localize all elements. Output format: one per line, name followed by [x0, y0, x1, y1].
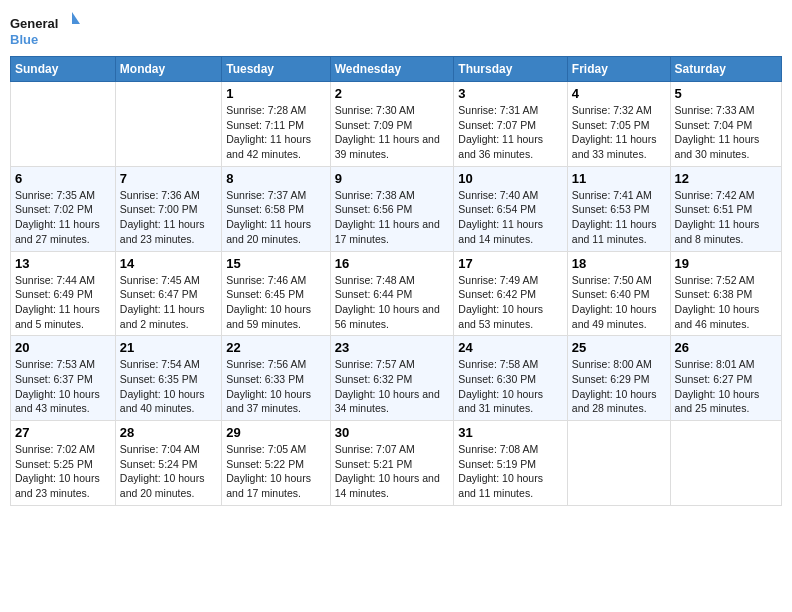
- weekday-header-friday: Friday: [567, 57, 670, 82]
- day-number: 14: [120, 256, 217, 271]
- calendar-cell: 25Sunrise: 8:00 AM Sunset: 6:29 PM Dayli…: [567, 336, 670, 421]
- calendar-cell: 22Sunrise: 7:56 AM Sunset: 6:33 PM Dayli…: [222, 336, 330, 421]
- calendar-cell: 24Sunrise: 7:58 AM Sunset: 6:30 PM Dayli…: [454, 336, 568, 421]
- calendar-cell: 26Sunrise: 8:01 AM Sunset: 6:27 PM Dayli…: [670, 336, 781, 421]
- calendar-cell: [567, 421, 670, 506]
- weekday-header-saturday: Saturday: [670, 57, 781, 82]
- calendar-cell: 5Sunrise: 7:33 AM Sunset: 7:04 PM Daylig…: [670, 82, 781, 167]
- calendar-cell: 9Sunrise: 7:38 AM Sunset: 6:56 PM Daylig…: [330, 166, 454, 251]
- day-info: Sunrise: 7:33 AM Sunset: 7:04 PM Dayligh…: [675, 103, 777, 162]
- day-number: 3: [458, 86, 563, 101]
- day-info: Sunrise: 7:04 AM Sunset: 5:24 PM Dayligh…: [120, 442, 217, 501]
- calendar-cell: 3Sunrise: 7:31 AM Sunset: 7:07 PM Daylig…: [454, 82, 568, 167]
- day-info: Sunrise: 7:07 AM Sunset: 5:21 PM Dayligh…: [335, 442, 450, 501]
- calendar-cell: 20Sunrise: 7:53 AM Sunset: 6:37 PM Dayli…: [11, 336, 116, 421]
- week-row-3: 13Sunrise: 7:44 AM Sunset: 6:49 PM Dayli…: [11, 251, 782, 336]
- day-number: 17: [458, 256, 563, 271]
- calendar-cell: [115, 82, 221, 167]
- day-number: 10: [458, 171, 563, 186]
- day-number: 9: [335, 171, 450, 186]
- calendar-cell: 28Sunrise: 7:04 AM Sunset: 5:24 PM Dayli…: [115, 421, 221, 506]
- calendar-cell: 1Sunrise: 7:28 AM Sunset: 7:11 PM Daylig…: [222, 82, 330, 167]
- calendar-cell: 8Sunrise: 7:37 AM Sunset: 6:58 PM Daylig…: [222, 166, 330, 251]
- day-number: 15: [226, 256, 325, 271]
- calendar-cell: 4Sunrise: 7:32 AM Sunset: 7:05 PM Daylig…: [567, 82, 670, 167]
- day-number: 2: [335, 86, 450, 101]
- day-number: 4: [572, 86, 666, 101]
- weekday-header-monday: Monday: [115, 57, 221, 82]
- day-number: 21: [120, 340, 217, 355]
- calendar-cell: 14Sunrise: 7:45 AM Sunset: 6:47 PM Dayli…: [115, 251, 221, 336]
- page-header: General Blue: [10, 10, 782, 48]
- weekday-header-thursday: Thursday: [454, 57, 568, 82]
- day-number: 22: [226, 340, 325, 355]
- day-info: Sunrise: 7:50 AM Sunset: 6:40 PM Dayligh…: [572, 273, 666, 332]
- svg-text:Blue: Blue: [10, 32, 38, 47]
- day-number: 12: [675, 171, 777, 186]
- day-number: 19: [675, 256, 777, 271]
- week-row-1: 1Sunrise: 7:28 AM Sunset: 7:11 PM Daylig…: [11, 82, 782, 167]
- calendar-cell: 30Sunrise: 7:07 AM Sunset: 5:21 PM Dayli…: [330, 421, 454, 506]
- day-number: 13: [15, 256, 111, 271]
- day-info: Sunrise: 7:35 AM Sunset: 7:02 PM Dayligh…: [15, 188, 111, 247]
- calendar-cell: 19Sunrise: 7:52 AM Sunset: 6:38 PM Dayli…: [670, 251, 781, 336]
- calendar-cell: 27Sunrise: 7:02 AM Sunset: 5:25 PM Dayli…: [11, 421, 116, 506]
- calendar-cell: 6Sunrise: 7:35 AM Sunset: 7:02 PM Daylig…: [11, 166, 116, 251]
- calendar-body: 1Sunrise: 7:28 AM Sunset: 7:11 PM Daylig…: [11, 82, 782, 506]
- day-info: Sunrise: 7:36 AM Sunset: 7:00 PM Dayligh…: [120, 188, 217, 247]
- day-info: Sunrise: 7:45 AM Sunset: 6:47 PM Dayligh…: [120, 273, 217, 332]
- day-info: Sunrise: 7:46 AM Sunset: 6:45 PM Dayligh…: [226, 273, 325, 332]
- day-info: Sunrise: 7:38 AM Sunset: 6:56 PM Dayligh…: [335, 188, 450, 247]
- day-number: 31: [458, 425, 563, 440]
- calendar-cell: 2Sunrise: 7:30 AM Sunset: 7:09 PM Daylig…: [330, 82, 454, 167]
- day-number: 30: [335, 425, 450, 440]
- weekday-header-tuesday: Tuesday: [222, 57, 330, 82]
- day-number: 1: [226, 86, 325, 101]
- calendar-cell: [11, 82, 116, 167]
- calendar-cell: 16Sunrise: 7:48 AM Sunset: 6:44 PM Dayli…: [330, 251, 454, 336]
- calendar-cell: 21Sunrise: 7:54 AM Sunset: 6:35 PM Dayli…: [115, 336, 221, 421]
- day-info: Sunrise: 7:52 AM Sunset: 6:38 PM Dayligh…: [675, 273, 777, 332]
- day-info: Sunrise: 7:32 AM Sunset: 7:05 PM Dayligh…: [572, 103, 666, 162]
- logo: General Blue: [10, 10, 80, 48]
- day-info: Sunrise: 7:02 AM Sunset: 5:25 PM Dayligh…: [15, 442, 111, 501]
- day-info: Sunrise: 7:49 AM Sunset: 6:42 PM Dayligh…: [458, 273, 563, 332]
- day-info: Sunrise: 7:58 AM Sunset: 6:30 PM Dayligh…: [458, 357, 563, 416]
- day-number: 5: [675, 86, 777, 101]
- calendar-header: SundayMondayTuesdayWednesdayThursdayFrid…: [11, 57, 782, 82]
- day-number: 25: [572, 340, 666, 355]
- day-number: 8: [226, 171, 325, 186]
- day-number: 26: [675, 340, 777, 355]
- week-row-5: 27Sunrise: 7:02 AM Sunset: 5:25 PM Dayli…: [11, 421, 782, 506]
- day-info: Sunrise: 7:37 AM Sunset: 6:58 PM Dayligh…: [226, 188, 325, 247]
- day-number: 24: [458, 340, 563, 355]
- day-number: 7: [120, 171, 217, 186]
- day-info: Sunrise: 7:31 AM Sunset: 7:07 PM Dayligh…: [458, 103, 563, 162]
- day-info: Sunrise: 8:01 AM Sunset: 6:27 PM Dayligh…: [675, 357, 777, 416]
- day-info: Sunrise: 7:54 AM Sunset: 6:35 PM Dayligh…: [120, 357, 217, 416]
- calendar-table: SundayMondayTuesdayWednesdayThursdayFrid…: [10, 56, 782, 506]
- svg-text:General: General: [10, 16, 58, 31]
- week-row-2: 6Sunrise: 7:35 AM Sunset: 7:02 PM Daylig…: [11, 166, 782, 251]
- day-info: Sunrise: 7:44 AM Sunset: 6:49 PM Dayligh…: [15, 273, 111, 332]
- day-number: 28: [120, 425, 217, 440]
- day-number: 29: [226, 425, 325, 440]
- weekday-header-wednesday: Wednesday: [330, 57, 454, 82]
- day-number: 23: [335, 340, 450, 355]
- calendar-cell: 17Sunrise: 7:49 AM Sunset: 6:42 PM Dayli…: [454, 251, 568, 336]
- week-row-4: 20Sunrise: 7:53 AM Sunset: 6:37 PM Dayli…: [11, 336, 782, 421]
- day-info: Sunrise: 7:08 AM Sunset: 5:19 PM Dayligh…: [458, 442, 563, 501]
- day-info: Sunrise: 7:56 AM Sunset: 6:33 PM Dayligh…: [226, 357, 325, 416]
- day-info: Sunrise: 7:42 AM Sunset: 6:51 PM Dayligh…: [675, 188, 777, 247]
- day-info: Sunrise: 7:57 AM Sunset: 6:32 PM Dayligh…: [335, 357, 450, 416]
- calendar-cell: 29Sunrise: 7:05 AM Sunset: 5:22 PM Dayli…: [222, 421, 330, 506]
- day-number: 20: [15, 340, 111, 355]
- day-info: Sunrise: 7:28 AM Sunset: 7:11 PM Dayligh…: [226, 103, 325, 162]
- calendar-cell: 12Sunrise: 7:42 AM Sunset: 6:51 PM Dayli…: [670, 166, 781, 251]
- calendar-cell: 13Sunrise: 7:44 AM Sunset: 6:49 PM Dayli…: [11, 251, 116, 336]
- calendar-cell: 23Sunrise: 7:57 AM Sunset: 6:32 PM Dayli…: [330, 336, 454, 421]
- svg-marker-2: [72, 12, 80, 24]
- day-info: Sunrise: 7:41 AM Sunset: 6:53 PM Dayligh…: [572, 188, 666, 247]
- calendar-cell: 15Sunrise: 7:46 AM Sunset: 6:45 PM Dayli…: [222, 251, 330, 336]
- calendar-cell: 11Sunrise: 7:41 AM Sunset: 6:53 PM Dayli…: [567, 166, 670, 251]
